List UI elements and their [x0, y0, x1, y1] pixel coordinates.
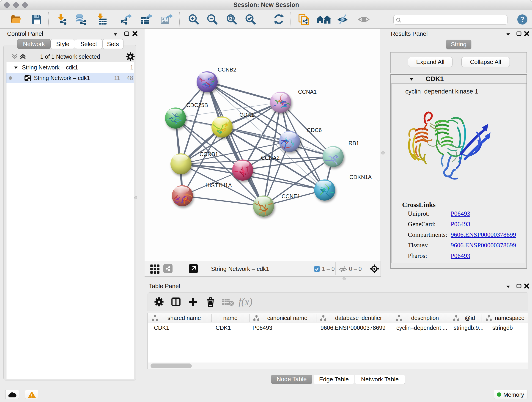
svg-text:CCNB1: CCNB1: [200, 151, 218, 157]
svg-text:?: ?: [520, 15, 525, 23]
svg-text:RB1: RB1: [348, 140, 359, 146]
svg-text:CCNB2: CCNB2: [218, 66, 236, 73]
svg-text:CDKN1A: CDKN1A: [349, 174, 372, 180]
svg-text:CDK1: CDK1: [239, 112, 254, 118]
svg-text:CCNE1: CCNE1: [282, 193, 300, 199]
svg-text:CDC25B: CDC25B: [186, 102, 208, 108]
svg-text:CDC6: CDC6: [307, 127, 322, 133]
svg-text:CCNA2: CCNA2: [261, 155, 279, 161]
svg-text:HIST1H1A: HIST1H1A: [206, 182, 232, 188]
svg-text:CCNA1: CCNA1: [298, 89, 317, 95]
